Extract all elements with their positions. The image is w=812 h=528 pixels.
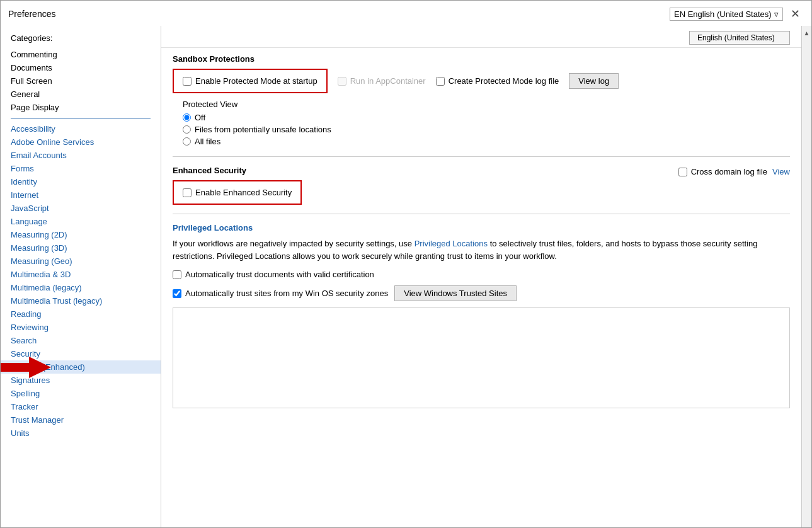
sidebar-item-adobe-online-services[interactable]: Adobe Online Services (1, 135, 161, 149)
cross-domain-view-link[interactable]: View (772, 167, 790, 176)
enable-protected-mode-box: Enable Protected Mode at startup (173, 69, 328, 93)
radio-all-label[interactable]: All files (183, 137, 790, 146)
sidebar-item-full-screen[interactable]: Full Screen (1, 74, 161, 88)
sidebar-item-page-display[interactable]: Page Display (1, 101, 161, 114)
radio-unsafe[interactable] (183, 125, 191, 134)
sandbox-section: Sandbox Protections Enable Protected Mod… (173, 54, 790, 146)
sidebar-item-email-accounts[interactable]: Email Accounts (1, 149, 161, 162)
panel-inner: Sandbox Protections Enable Protected Mod… (161, 48, 801, 420)
sidebar-item-security[interactable]: Security (1, 347, 161, 360)
sidebar-item-measuring-3d[interactable]: Measuring (3D) (1, 241, 161, 255)
sidebar-item-internet[interactable]: Internet (1, 188, 161, 202)
radio-off[interactable] (183, 113, 191, 122)
enable-protected-mode-label[interactable]: Enable Protected Mode at startup (183, 76, 317, 86)
sidebar-item-measuring-geo[interactable]: Measuring (Geo) (1, 255, 161, 268)
create-log-checkbox[interactable] (436, 77, 445, 86)
privileged-title: Privileged Locations (173, 223, 790, 232)
sidebar-item-language[interactable]: Language (1, 215, 161, 228)
auto-trust-docs-checkbox[interactable] (173, 270, 181, 279)
sidebar-item-trust-manager[interactable]: Trust Manager (1, 413, 161, 427)
auto-trust-sites-row: Automatically trust sites from my Win OS… (173, 285, 790, 301)
auto-trust-docs-label[interactable]: Automatically trust documents with valid… (173, 270, 374, 279)
sidebar-item-security-enhanced[interactable]: Security (Enhanced) (1, 360, 161, 374)
enable-enhanced-security-checkbox[interactable] (183, 188, 192, 197)
sidebar-item-commenting[interactable]: Commenting (1, 48, 161, 61)
sidebar-item-javascript[interactable]: JavaScript (1, 202, 161, 215)
auto-trust-docs-row: Automatically trust documents with valid… (173, 270, 790, 279)
panel-top-bar: English (United States) (161, 26, 801, 48)
categories-label: Categories: (1, 31, 161, 48)
scroll-up-arrow[interactable]: ▲ (803, 28, 811, 38)
sidebar-item-search[interactable]: Search (1, 334, 161, 347)
enable-enhanced-security-label[interactable]: Enable Enhanced Security (183, 188, 292, 197)
main-content: Categories: Commenting Documents Full Sc… (1, 26, 811, 527)
privileged-locations-link[interactable]: Privileged Locations (415, 239, 488, 248)
cross-domain-log-label[interactable]: Cross domain log file (678, 167, 767, 176)
section-separator-2 (173, 214, 790, 214)
enable-protected-mode-checkbox[interactable] (183, 77, 192, 86)
create-log-label[interactable]: Create Protected Mode log file (436, 76, 559, 86)
sidebar-item-documents[interactable]: Documents (1, 61, 161, 74)
sidebar-item-measuring-2d[interactable]: Measuring (2D) (1, 228, 161, 241)
enhanced-section-title: Enhanced Security (173, 166, 302, 175)
protected-view-section: Protected View Off Files from potentiall… (173, 100, 790, 146)
sidebar-item-multimedia-legacy[interactable]: Multimedia (legacy) (1, 281, 161, 294)
dropdown-arrow-icon: ▿ (774, 9, 779, 19)
cross-domain-log-checkbox[interactable] (678, 168, 687, 176)
run-in-appcontainer-label[interactable]: Run in AppContainer (338, 76, 426, 86)
right-panel: English (United States) Sandbox Protecti… (161, 26, 801, 527)
sidebar-item-identity[interactable]: Identity (1, 175, 161, 188)
enhanced-security-row: Enhanced Security Enable Enhanced Securi… (173, 166, 790, 205)
sandbox-top-row: Enable Protected Mode at startup Run in … (173, 69, 790, 93)
title-bar: Preferences EN English (United States) ▿… (1, 1, 811, 26)
preferences-window: Preferences EN English (United States) ▿… (0, 0, 812, 528)
cross-domain-area: Cross domain log file View (678, 166, 790, 176)
auto-trust-sites-label[interactable]: Automatically trust sites from my Win OS… (173, 289, 388, 298)
sidebar-item-tracker[interactable]: Tracker (1, 400, 161, 413)
view-log-button[interactable]: View log (569, 73, 619, 89)
sidebar-item-forms[interactable]: Forms (1, 162, 161, 175)
radio-off-label[interactable]: Off (183, 113, 790, 122)
sidebar-item-reading[interactable]: Reading (1, 307, 161, 321)
language-selector-label: EN English (United States) (674, 9, 772, 19)
radio-all[interactable] (183, 137, 191, 146)
sidebar-item-spelling[interactable]: Spelling (1, 387, 161, 400)
scroll-bar[interactable]: ▲ (801, 26, 811, 527)
sidebar-item-general[interactable]: General (1, 88, 161, 101)
privileged-locations-list (173, 307, 790, 408)
view-windows-trusted-sites-button[interactable]: View Windows Trusted Sites (394, 285, 517, 301)
sidebar-item-signatures[interactable]: Signatures (1, 374, 161, 387)
sidebar-item-multimedia-3d[interactable]: Multimedia & 3D (1, 268, 161, 281)
auto-trust-sites-checkbox[interactable] (173, 289, 181, 298)
sidebar: Categories: Commenting Documents Full Sc… (1, 26, 161, 527)
sidebar-item-multimedia-trust-legacy[interactable]: Multimedia Trust (legacy) (1, 294, 161, 307)
sandbox-section-title: Sandbox Protections (173, 54, 790, 64)
section-separator-1 (173, 156, 790, 157)
sidebar-item-accessibility[interactable]: Accessibility (1, 122, 161, 135)
close-button[interactable]: ✕ (787, 6, 804, 22)
panel-language-button[interactable]: English (United States) (689, 31, 790, 45)
radio-unsafe-label[interactable]: Files from potentially unsafe locations (183, 125, 790, 134)
enhanced-security-left: Enhanced Security Enable Enhanced Securi… (173, 166, 302, 205)
privileged-desc: If your workflows are negatively impacte… (173, 238, 790, 262)
enable-enhanced-security-box: Enable Enhanced Security (173, 180, 302, 205)
language-selector-dropdown[interactable]: EN English (United States) ▿ (670, 8, 783, 21)
title-bar-controls: EN English (United States) ▿ ✕ (670, 6, 804, 22)
protected-view-label: Protected View (183, 100, 790, 109)
sidebar-item-units[interactable]: Units (1, 427, 161, 440)
privileged-section: Privileged Locations If your workflows a… (173, 223, 790, 408)
sidebar-divider (11, 118, 151, 118)
sidebar-item-reviewing[interactable]: Reviewing (1, 321, 161, 334)
run-in-appcontainer-checkbox (338, 77, 346, 86)
window-title: Preferences (8, 9, 55, 19)
